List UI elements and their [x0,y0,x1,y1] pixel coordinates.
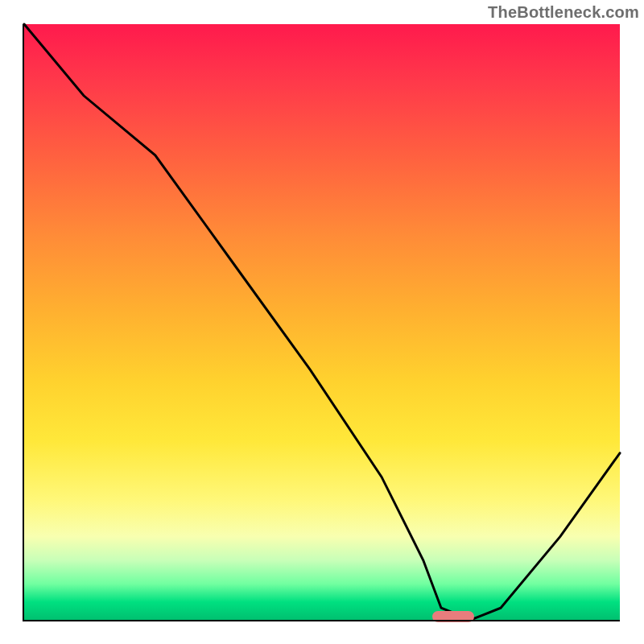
x-axis [24,620,620,621]
y-axis [23,24,24,621]
plot-area [24,24,620,620]
chart-canvas: TheBottleneck.com [0,0,644,644]
bottleneck-curve [24,24,620,620]
watermark-text: TheBottleneck.com [488,3,639,22]
curve-layer [24,24,620,620]
